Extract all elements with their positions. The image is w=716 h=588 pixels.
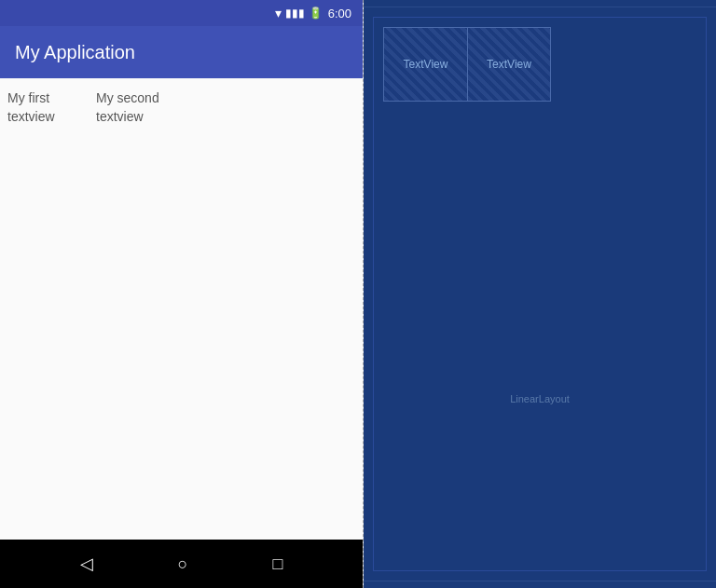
battery-icon: 🔋 [309, 7, 323, 20]
status-icons: ▾ ▮▮▮ 🔋 [275, 6, 323, 21]
editor-content: TextView TextView LinearLayout [364, 7, 716, 581]
app-bar: My Application [0, 26, 363, 78]
widget-container: TextView TextView [383, 27, 551, 102]
time-display: 6:00 [328, 7, 351, 21]
widget2-label: TextView [487, 58, 531, 71]
editor-top-border [364, 0, 716, 7]
recents-button[interactable]: □ [273, 554, 283, 574]
wifi-icon: ▾ [275, 6, 282, 21]
content-area: My first textview My second textview [0, 78, 363, 540]
textview-widget-1[interactable]: TextView [383, 27, 467, 102]
phone-panel: ▾ ▮▮▮ 🔋 6:00 My Application My first tex… [0, 0, 364, 588]
editor-bottom-border [364, 581, 716, 588]
linearlayout-label: LinearLayout [510, 393, 570, 404]
layout-preview-area: TextView TextView LinearLayout [373, 17, 707, 571]
signal-icon: ▮▮▮ [285, 7, 305, 20]
textview-widget-2[interactable]: TextView [467, 27, 551, 102]
status-bar: ▾ ▮▮▮ 🔋 6:00 [0, 0, 363, 26]
second-textview: My second textview [96, 89, 159, 528]
widget1-label: TextView [404, 58, 448, 71]
home-button[interactable]: ○ [178, 554, 188, 574]
app-title: My Application [15, 42, 135, 63]
first-textview: My first textview [7, 89, 96, 528]
back-button[interactable]: ◁ [80, 554, 93, 574]
nav-bar: ◁ ○ □ [0, 540, 363, 588]
editor-panel: TextView TextView LinearLayout [364, 0, 716, 588]
